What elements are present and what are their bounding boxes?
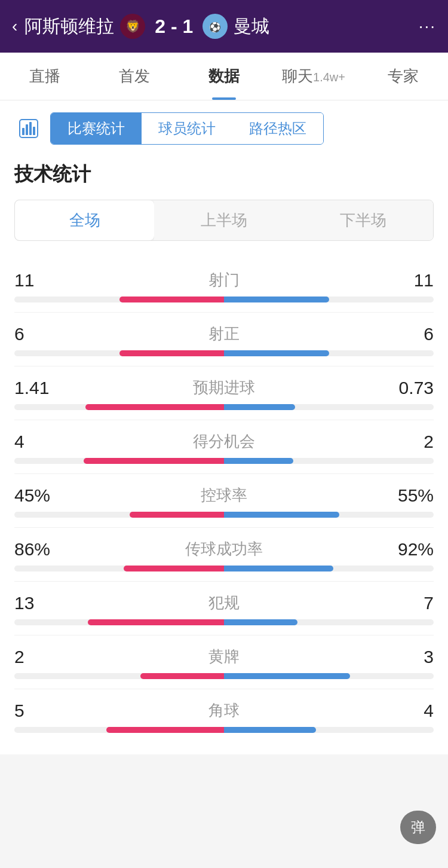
stat-label: 射门 [62,270,386,291]
stat-row: 5角球4 [14,689,434,742]
stat-left-value: 86% [14,539,62,560]
stat-row: 6射正6 [14,313,434,366]
bar-away [224,297,329,302]
bar-away [224,619,297,625]
stat-bar [14,619,434,625]
float-button[interactable]: 弹 [400,811,436,844]
nav-tabs: 直播 首发 数据 聊天1.4w+ 专家 [0,53,448,100]
tab-data[interactable]: 数据 [179,53,269,100]
match-score: 2 - 1 [155,16,193,38]
stat-row: 1.41预期进球0.73 [14,366,434,420]
sub-tab-match[interactable]: 比赛统计 [51,113,142,144]
stat-left-value: 1.41 [14,378,62,398]
bar-home [119,297,225,302]
stat-left-value: 2 [14,647,62,667]
bar-away [224,512,339,518]
sub-tab-heatmap[interactable]: 路径热区 [232,113,323,144]
stat-right-value: 6 [386,324,434,344]
svg-rect-8 [33,127,35,135]
header: ‹ 阿斯顿维拉 🦁 2 - 1 ⚽ 曼城 ··· [0,0,448,53]
stat-label: 传球成功率 [62,539,386,560]
period-tab-full[interactable]: 全场 [15,200,154,240]
section-title: 技术统计 [14,161,434,188]
tab-expert[interactable]: 专家 [358,53,448,100]
stat-bar [14,566,434,571]
bar-away [224,350,329,356]
stat-label: 得分机会 [62,431,386,452]
stat-row: 2黄牌3 [14,635,434,689]
stat-left-value: 4 [14,432,62,452]
stat-left-value: 11 [14,270,62,291]
svg-text:⚽: ⚽ [209,22,221,33]
svg-rect-6 [26,124,28,135]
stat-label: 射正 [62,323,386,344]
stat-label: 预期进球 [62,377,386,398]
sub-tabs-row: 比赛统计 球员统计 路径热区 [14,112,434,145]
bar-home [140,673,224,679]
stat-label: 黄牌 [62,646,386,667]
stat-bar [14,727,434,733]
stat-label: 角球 [62,700,386,721]
stat-row: 13犯规7 [14,582,434,635]
back-button[interactable]: ‹ [12,17,17,36]
svg-rect-5 [22,128,24,135]
main-content: 比赛统计 球员统计 路径热区 技术统计 全场 上半场 下半场 11射门116射正… [0,100,448,754]
stat-bar [14,404,434,410]
stat-bar [14,350,434,356]
bar-home [88,619,224,625]
home-team-name: 阿斯顿维拉 [24,14,114,39]
stats-icon [14,115,43,142]
stat-right-value: 4 [386,701,434,721]
bar-away [224,404,295,410]
away-team-badge: ⚽ [202,14,228,39]
bar-home [106,727,224,733]
bar-away [224,673,350,679]
stat-left-value: 13 [14,593,62,613]
period-tab-first[interactable]: 上半场 [154,200,293,240]
stat-row: 86%传球成功率92% [14,528,434,582]
stats-container: 11射门116射正61.41预期进球0.734得分机会245%控球率55%86%… [14,259,434,742]
stat-right-value: 11 [386,270,434,291]
stat-left-value: 45% [14,485,62,506]
tab-live[interactable]: 直播 [0,53,90,100]
match-title: 阿斯顿维拉 🦁 2 - 1 ⚽ 曼城 [24,14,418,39]
stat-bar [14,673,434,679]
stat-right-value: 55% [386,485,434,506]
stat-label: 控球率 [62,485,386,506]
stat-right-value: 0.73 [386,378,434,398]
stat-row: 45%控球率55% [14,474,434,528]
svg-rect-7 [29,122,32,135]
tab-lineup[interactable]: 首发 [90,53,179,100]
period-tab-second[interactable]: 下半场 [294,200,433,240]
away-team-name: 曼城 [234,14,269,39]
more-button[interactable]: ··· [419,17,436,36]
stat-right-value: 7 [386,593,434,613]
bar-home [130,512,224,518]
tab-chat[interactable]: 聊天1.4w+ [269,53,358,100]
stat-label: 犯规 [62,592,386,613]
stat-bar [14,512,434,518]
sub-tab-player[interactable]: 球员统计 [142,113,232,144]
stat-left-value: 5 [14,701,62,721]
stat-bar [14,297,434,302]
bar-away [224,566,333,571]
svg-text:🦁: 🦁 [125,19,140,33]
bar-home [85,404,224,410]
stat-right-value: 92% [386,539,434,560]
stat-row: 11射门11 [14,259,434,313]
bar-home [84,458,224,464]
stat-bar [14,458,434,464]
bar-away [224,727,316,733]
bar-away [224,458,293,464]
bar-home [124,566,224,571]
stat-row: 4得分机会2 [14,420,434,474]
home-team-badge: 🦁 [120,14,145,39]
stat-left-value: 6 [14,324,62,344]
sub-tabs: 比赛统计 球员统计 路径热区 [50,112,324,145]
stat-right-value: 2 [386,432,434,452]
stat-right-value: 3 [386,647,434,667]
period-tabs: 全场 上半场 下半场 [14,200,434,241]
bar-home [119,350,225,356]
